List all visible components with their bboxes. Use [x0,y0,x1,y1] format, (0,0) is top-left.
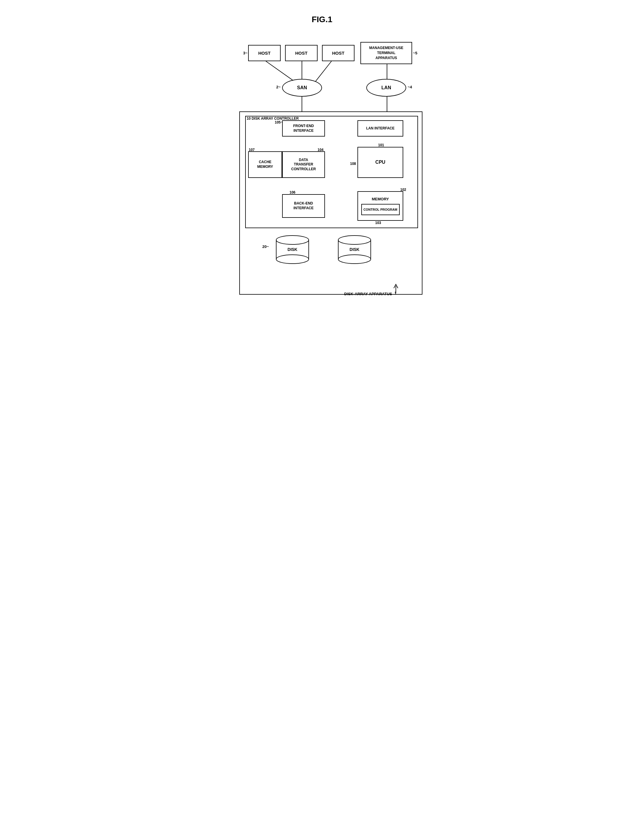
san-ellipse: SAN [282,79,322,97]
ref107-label: 107 [249,148,255,152]
ref105-label: 105~ [275,120,283,124]
host1-box: HOST [248,45,281,61]
ref108-label: 108 [350,162,356,166]
svg-point-20 [338,255,371,263]
back-end-interface-box: BACK-END INTERFACE [282,194,325,218]
ref106-label: 106 [289,190,295,194]
host2-box: HOST [285,45,318,61]
lan-ellipse: LAN [366,79,406,97]
host3-box: HOST [322,45,355,61]
disk-array-controller-label: 10 DISK ARRAY CONTROLLER [247,116,299,121]
ref103-label: 103 [375,221,381,225]
svg-point-16 [276,255,309,263]
management-terminal-box: MANAGEMENT-USE TERMINAL APPARATUS [360,42,412,64]
fig-title: FIG.1 [231,15,413,24]
cache-memory-box: CACHE MEMORY [248,151,282,178]
cpu-box: CPU [357,147,403,178]
diagram: HOST HOST HOST MANAGEMENT-USE TERMINAL A… [231,33,413,299]
ref104-label: 104 [318,148,323,152]
disk-array-apparatus-label: DISK-ARRAY APPARATUS [344,292,392,296]
ref20-label: 20~ [262,244,269,249]
disk2-container: DISK [335,233,374,265]
svg-text:DISK: DISK [349,247,359,252]
ref102-label: 102 [400,187,406,192]
lan-interface-box: LAN INTERFACE [357,120,403,137]
ref1-arrow [390,283,402,295]
front-end-interface-box: FRONT-END INTERFACE [282,120,325,137]
svg-point-17 [276,236,309,244]
ref4-label: ~4 [408,85,412,89]
ref5-label: ~5 [413,51,417,55]
page: FIG.1 [219,6,425,308]
memory-box: MEMORY CONTROL PROGRAM [357,191,403,221]
disk2-svg: DISK [335,233,374,265]
disk1-svg: DISK [273,233,312,265]
control-program-box: CONTROL PROGRAM [361,204,400,215]
svg-text:DISK: DISK [287,247,297,252]
ref2-label: 2~ [276,85,281,89]
data-transfer-controller-box: DATA TRANSFER CONTROLLER [282,151,325,178]
svg-point-21 [338,236,371,244]
ref101-label: 101 [378,143,384,147]
disk1-container: DISK [273,233,312,265]
ref3-label: 3~ [243,51,247,55]
